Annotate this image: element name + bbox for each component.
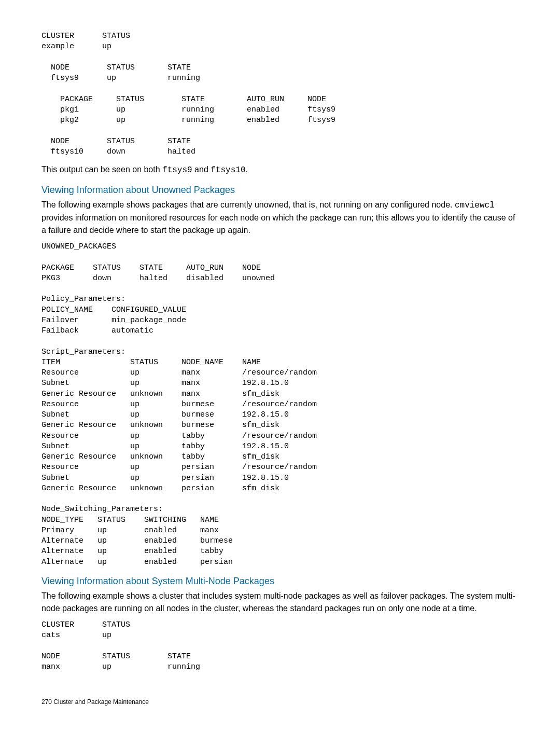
- text: .: [245, 165, 247, 174]
- text: This output can be seen on both: [41, 165, 162, 174]
- code-block-unowned-packages: UNOWNED_PACKAGES PACKAGE STATUS STATE AU…: [41, 242, 519, 568]
- code-ftsys10: ftsys10: [211, 165, 245, 175]
- heading-system-multinode: Viewing Information about System Multi-N…: [41, 576, 519, 587]
- code-ftsys9: ftsys9: [162, 165, 192, 175]
- paragraph-output-note: This output can be seen on both ftsys9 a…: [41, 163, 519, 176]
- text: and: [192, 165, 211, 174]
- code-cmviewcl: cmviewcl: [455, 201, 495, 210]
- heading-unowned-packages: Viewing Information about Unowned Packag…: [41, 185, 519, 196]
- page-footer: 270 Cluster and Package Maintenance: [41, 698, 519, 706]
- code-block-cats-cluster: CLUSTER STATUS cats up NODE STATUS STATE…: [41, 620, 519, 672]
- paragraph-unowned-desc: The following example shows packages tha…: [41, 199, 519, 237]
- text: The following example shows packages tha…: [41, 200, 455, 209]
- text: provides information on monitored resour…: [41, 213, 515, 234]
- paragraph-multinode-desc: The following example shows a cluster th…: [41, 590, 519, 615]
- code-block-cluster-status: CLUSTER STATUS example up NODE STATUS ST…: [41, 31, 519, 157]
